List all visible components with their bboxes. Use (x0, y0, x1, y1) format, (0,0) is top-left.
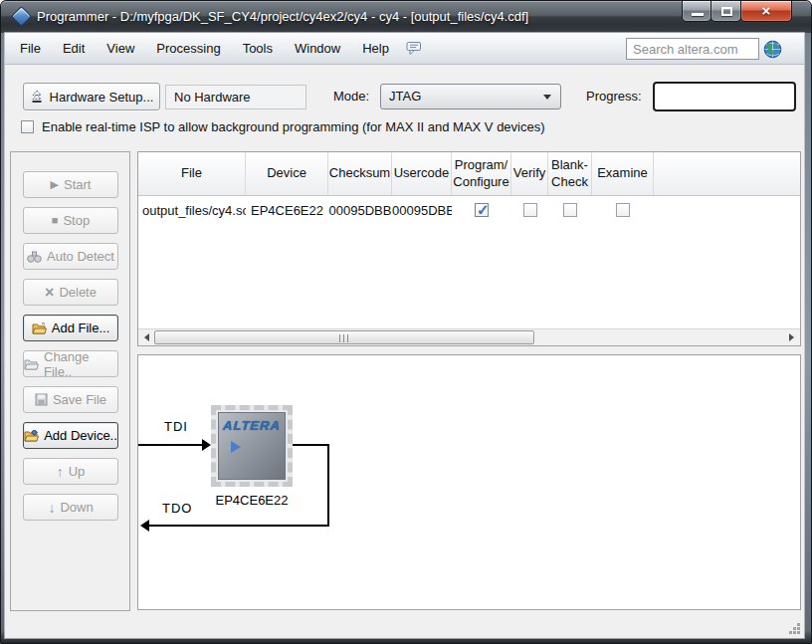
tdi-arrowhead-icon (202, 439, 211, 451)
statusbar (5, 611, 804, 638)
hardware-setup-icon (30, 90, 44, 104)
column-header-verify[interactable]: Verify (511, 152, 548, 195)
cell-checksum[interactable]: 00095DBB (328, 203, 392, 218)
device-name-label: EP4CE6E22 (201, 493, 303, 508)
search-input[interactable] (626, 38, 759, 60)
tdi-label: TDI (164, 419, 188, 434)
save-file-label: Save File (53, 392, 106, 407)
mode-value: JTAG (389, 89, 421, 104)
scroll-left-icon (144, 333, 149, 341)
jtag-chain-diagram: TDI ALTERA EP4CE6E22 TDO (137, 354, 801, 610)
close-button[interactable]: × (740, 1, 792, 22)
menu-view[interactable]: View (96, 33, 145, 64)
titlebar[interactable]: Programmer - D:/myfpga/DK_SF_CY4/project… (1, 1, 811, 33)
mode-select[interactable]: JTAG (380, 84, 561, 109)
delete-button[interactable]: × Delete (23, 279, 118, 306)
add-device-folder-icon (24, 430, 39, 442)
column-header-file[interactable]: File (138, 152, 246, 195)
minimize-button[interactable] (682, 1, 711, 22)
tdo-wire-bottom (148, 525, 329, 527)
program-configure-checkbox[interactable] (475, 203, 489, 217)
table-row[interactable]: output_files/cy4.sof EP4CE6E22 00095DBB … (138, 196, 800, 224)
change-file-folder-icon (24, 358, 39, 370)
minimize-icon (692, 13, 704, 16)
mode-label: Mode: (333, 89, 369, 104)
start-label: Start (64, 177, 91, 192)
cell-usercode[interactable]: 00095DBB (392, 203, 452, 218)
stop-button[interactable]: ■ Stop (23, 207, 118, 234)
cell-device[interactable]: EP4CE6E22 (246, 203, 328, 218)
column-header-program-configure[interactable]: Program/ Configure (452, 152, 511, 195)
add-file-button[interactable]: Add File... (23, 315, 118, 341)
add-device-label: Add Device.. (44, 428, 117, 443)
scroll-right-icon (789, 333, 794, 341)
scrollbar-grip-icon (339, 334, 348, 342)
delete-label: Delete (59, 285, 97, 300)
column-header-checksum[interactable]: Checksum (328, 152, 392, 195)
close-icon: × (741, 2, 791, 19)
stop-icon: ■ (52, 215, 59, 226)
hardware-setup-label: Hardware Setup... (50, 90, 154, 105)
globe-icon[interactable] (763, 40, 782, 59)
add-device-button[interactable]: Add Device.. (23, 422, 118, 449)
binoculars-icon (27, 251, 42, 263)
up-button[interactable]: ↑ Up (23, 458, 118, 485)
application-window: Programmer - D:/myfpga/DK_SF_CY4/project… (0, 0, 812, 644)
scroll-right-button[interactable] (783, 329, 800, 345)
hardware-setup-button[interactable]: Hardware Setup... (23, 83, 160, 110)
column-header-examine[interactable]: Examine (592, 152, 654, 195)
scroll-left-button[interactable] (138, 329, 155, 345)
menu-processing[interactable]: Processing (145, 33, 231, 64)
up-arrow-icon: ↑ (57, 465, 64, 479)
up-label: Up (69, 464, 86, 479)
add-file-folder-icon (32, 322, 47, 334)
window-title: Programmer - D:/myfpga/DK_SF_CY4/project… (37, 1, 528, 33)
stop-label: Stop (63, 213, 90, 228)
column-header-usercode[interactable]: Usercode (392, 152, 452, 195)
chevron-down-icon (543, 95, 551, 100)
menu-window[interactable]: Window (284, 33, 351, 64)
feedback-bubble-icon[interactable] (406, 41, 422, 56)
down-label: Down (60, 500, 93, 515)
save-file-button[interactable]: Save File (23, 386, 118, 413)
horizontal-scrollbar[interactable] (138, 328, 800, 345)
auto-detect-label: Auto Detect (47, 249, 114, 264)
delete-x-icon: × (45, 285, 54, 301)
progress-bar (653, 82, 796, 111)
menubar: File Edit View Processing Tools Window H… (5, 33, 804, 65)
change-file-label: Change File.. (44, 349, 117, 379)
client-area: File Edit View Processing Tools Window H… (5, 33, 804, 638)
isp-checkbox-label: Enable real-time ISP to allow background… (42, 119, 545, 134)
toolbar: Hardware Setup... No Hardware Mode: JTAG… (5, 65, 804, 148)
save-floppy-icon (35, 393, 48, 406)
menu-help[interactable]: Help (351, 33, 400, 64)
menu-tools[interactable]: Tools (232, 33, 284, 64)
chip-selection-triangle-icon (231, 441, 241, 453)
column-header-device[interactable]: Device (246, 152, 328, 195)
table-header: File Device Checksum Usercode Program/ C… (138, 152, 800, 196)
menu-file[interactable]: File (9, 33, 52, 64)
file-table-panel: File Device Checksum Usercode Program/ C… (137, 151, 801, 346)
blank-check-checkbox[interactable] (563, 203, 577, 217)
hardware-status-field: No Hardware (165, 85, 306, 109)
fpga-device-chip[interactable]: ALTERA (211, 405, 293, 487)
resize-grip[interactable] (787, 621, 800, 634)
column-header-blank-check[interactable]: Blank- Check (548, 152, 592, 195)
main-area: ▶ Start ■ Stop Auto Detect × Delete (5, 148, 804, 611)
start-button[interactable]: ▶ Start (23, 171, 118, 198)
menu-edit[interactable]: Edit (52, 33, 96, 64)
verify-checkbox[interactable] (523, 203, 537, 217)
play-icon: ▶ (51, 179, 59, 190)
action-button-panel: ▶ Start ■ Stop Auto Detect × Delete (10, 151, 130, 611)
add-file-label: Add File... (52, 321, 110, 335)
change-file-button[interactable]: Change File.. (23, 350, 118, 377)
down-button[interactable]: ↓ Down (23, 494, 118, 521)
auto-detect-button[interactable]: Auto Detect (23, 243, 118, 270)
maximize-button[interactable] (710, 1, 741, 22)
examine-checkbox[interactable] (616, 203, 630, 217)
tdo-label: TDO (162, 501, 192, 516)
cell-file[interactable]: output_files/cy4.sof (138, 203, 246, 218)
scrollbar-thumb[interactable] (154, 330, 534, 344)
chip-face: ALTERA (218, 412, 286, 480)
isp-checkbox[interactable] (21, 120, 34, 133)
